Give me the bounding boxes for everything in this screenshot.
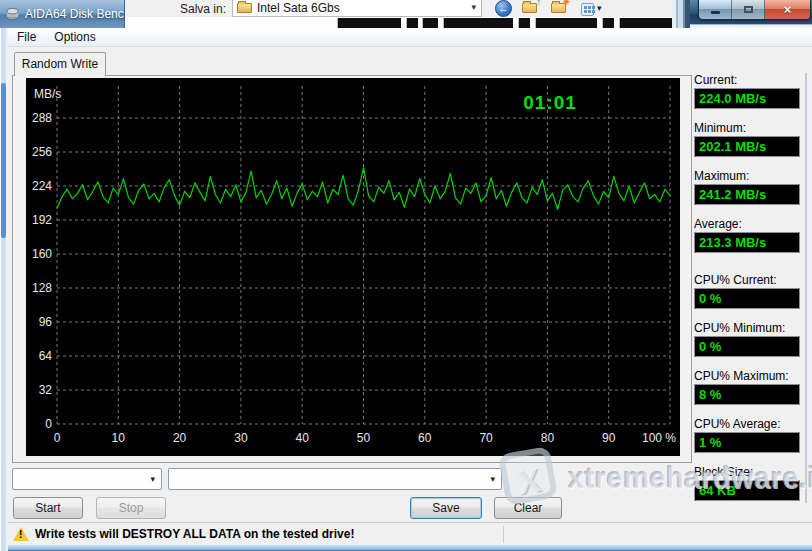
y-tick-label: 64 xyxy=(39,349,53,363)
stat-value: 0 % xyxy=(694,288,800,309)
status-bar: Write tests will DESTROY ALL DATA on the… xyxy=(8,522,812,545)
file-list-fragment xyxy=(125,17,672,28)
y-tick-label: 192 xyxy=(32,213,52,227)
x-tick-label: 20 xyxy=(173,431,187,445)
chart-canvas: MB/s288256224192160128966432001020304050… xyxy=(26,78,680,456)
file-thumbnail xyxy=(619,18,677,28)
stat-value: 224.0 MB/s xyxy=(694,88,800,109)
stat-minimum: Minimum:202.1 MB/s xyxy=(694,121,800,157)
minimize-button[interactable] xyxy=(699,0,732,19)
up-arrow-overlay: ↑ xyxy=(537,0,542,7)
y-tick-label: 32 xyxy=(39,383,53,397)
close-icon: × xyxy=(784,1,792,19)
warning-icon xyxy=(13,527,29,541)
save-location-dropdown[interactable]: Intel Sata 6Gbs ▾ xyxy=(232,0,482,17)
stat-label: CPU% Maximum: xyxy=(694,369,800,383)
y-tick-label: 256 xyxy=(32,145,52,159)
tab-random-write[interactable]: Random Write xyxy=(14,52,106,76)
folder-icon xyxy=(522,3,537,13)
stat-cpu-current: CPU% Current:0 % xyxy=(694,273,800,309)
window-bottom-border xyxy=(8,545,812,551)
elapsed-time: 01:01 xyxy=(523,92,577,113)
x-tick-label: 60 xyxy=(418,431,432,445)
new-star-overlay: ✳ xyxy=(562,0,570,7)
scrollbar-fragment[interactable] xyxy=(1,83,6,238)
save-location-value: Intel Sata 6Gbs xyxy=(257,1,340,15)
save-dialog-fragment: Salva in: Intel Sata 6Gbs ▾ ← ↑ ✳ ▾ xyxy=(125,0,672,28)
stat-cpu-minimum: CPU% Minimum:0 % xyxy=(694,321,800,357)
stat-label: Minimum: xyxy=(694,121,800,135)
close-button[interactable]: × xyxy=(765,0,810,19)
back-icon[interactable]: ← xyxy=(495,0,512,17)
x-tick-label: 70 xyxy=(479,431,493,445)
stats-panel: Current:224.0 MB/sMinimum:202.1 MB/sMaxi… xyxy=(694,28,806,508)
save-in-label: Salva in: xyxy=(180,2,226,16)
file-thumbnail xyxy=(535,18,597,28)
benchmark-chart: MB/s288256224192160128966432001020304050… xyxy=(26,78,680,456)
stat-average: Average:213.3 MB/s xyxy=(694,217,800,253)
stat-value: 1 % xyxy=(694,432,800,453)
x-tick-label: 40 xyxy=(296,431,310,445)
start-button[interactable]: Start xyxy=(13,497,83,519)
chevron-down-icon: ▾ xyxy=(490,469,495,489)
chevron-down-icon: ▾ xyxy=(150,469,155,489)
x-tick-label: 0 xyxy=(54,431,61,445)
chevron-down-icon[interactable]: ▾ xyxy=(471,2,476,12)
aida64-disk-benchmark-window: File Options Random Write MB/s2882562241… xyxy=(8,28,812,551)
test-type-dropdown[interactable]: Random Write ▾ xyxy=(12,468,162,490)
drive-dropdown[interactable]: Disk Drive #0 [INTEL SSDSC2MH120A2] (111… xyxy=(168,468,502,490)
stat-cpu-maximum: CPU% Maximum:8 % xyxy=(694,369,800,405)
file-thumbnail xyxy=(406,18,418,28)
file-thumbnail xyxy=(337,18,401,28)
stat-current: Current:224.0 MB/s xyxy=(694,73,800,109)
stat-label: Block Size: xyxy=(694,465,800,479)
y-tick-label: 128 xyxy=(32,281,52,295)
disk-icon xyxy=(5,6,20,22)
status-separator xyxy=(503,526,504,543)
y-axis-unit: MB/s xyxy=(34,87,61,101)
y-tick-label: 288 xyxy=(32,111,52,125)
save-button[interactable]: Save xyxy=(410,497,482,519)
file-thumbnail xyxy=(422,18,438,28)
stat-maximum: Maximum:241.2 MB/s xyxy=(694,169,800,205)
y-tick-label: 96 xyxy=(39,315,53,329)
x-tick-label: 90 xyxy=(602,431,616,445)
file-thumbnail xyxy=(602,18,614,28)
x-tick-label: 50 xyxy=(357,431,371,445)
views-caret-icon[interactable]: ▾ xyxy=(597,3,602,13)
stat-label: CPU% Minimum: xyxy=(694,321,800,335)
x-tick-label: 30 xyxy=(234,431,248,445)
new-folder-icon[interactable]: ✳ xyxy=(551,3,566,13)
stat-value: 241.2 MB/s xyxy=(694,184,800,205)
stat-label: Maximum: xyxy=(694,169,800,183)
views-menu-icon[interactable] xyxy=(581,3,594,16)
stop-button: Stop xyxy=(96,497,166,519)
stat-value: 64 KB xyxy=(694,480,800,501)
minimize-icon xyxy=(711,11,720,14)
window-controls: × xyxy=(698,0,811,20)
clear-button[interactable]: Clear xyxy=(494,497,562,519)
menu-file[interactable]: File xyxy=(8,28,45,46)
dialog-titlebar-fragment: × xyxy=(690,0,812,28)
x-tick-label: 100 % xyxy=(642,431,676,445)
up-one-level-icon[interactable]: ↑ xyxy=(522,3,537,13)
stat-value: 213.3 MB/s xyxy=(694,232,800,253)
menu-options[interactable]: Options xyxy=(45,28,104,46)
stat-label: CPU% Current: xyxy=(694,273,800,287)
stat-label: Current: xyxy=(694,73,800,87)
stat-value: 8 % xyxy=(694,384,800,405)
stat-block-size: Block Size:64 KB xyxy=(694,465,800,501)
y-tick-label: 160 xyxy=(32,247,52,261)
stat-value: 202.1 MB/s xyxy=(694,136,800,157)
stat-label: CPU% Average: xyxy=(694,417,800,431)
maximize-button[interactable] xyxy=(732,0,765,19)
window-right-edge xyxy=(805,73,807,503)
y-tick-label: 0 xyxy=(45,417,52,431)
window-border-strips xyxy=(672,0,690,28)
background-window-titlebar: AIDA64 Disk Bench xyxy=(0,0,125,28)
stat-value: 0 % xyxy=(694,336,800,357)
status-message: Write tests will DESTROY ALL DATA on the… xyxy=(35,527,354,541)
y-tick-label: 224 xyxy=(32,179,52,193)
maximize-icon xyxy=(744,6,753,13)
stat-cpu-average: CPU% Average:1 % xyxy=(694,417,800,453)
